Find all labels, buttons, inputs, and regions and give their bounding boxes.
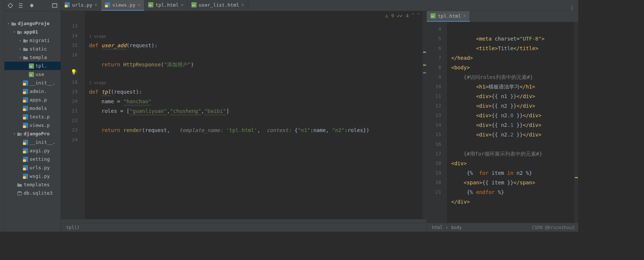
intention-bulb-icon[interactable]: 💡 [71, 67, 77, 77]
tab-label: tpl.html [438, 13, 461, 19]
tree-item-templa[interactable]: ▾templa [4, 53, 61, 62]
line-number[interactable]: 18 [427, 159, 441, 168]
close-icon[interactable]: × [181, 2, 184, 7]
close-icon[interactable]: × [95, 2, 97, 7]
next-highlight-button[interactable]: ˅ [417, 13, 420, 18]
gutter-right[interactable]: 456789101112131415161718192021 [427, 22, 447, 223]
line-number[interactable]: 14 [427, 120, 441, 130]
line-number[interactable]: 15 [61, 41, 78, 50]
line-number[interactable]: 14 [61, 31, 78, 41]
tree-item-wsgi-py[interactable]: wsgi.py [4, 172, 61, 180]
line-number[interactable]: 22 [61, 116, 78, 125]
py-icon [23, 106, 28, 111]
svg-rect-45 [65, 5, 68, 7]
line-number[interactable]: 6 [427, 44, 441, 53]
line-number[interactable]: 20 [427, 178, 441, 187]
tree-body[interactable]: ▾djangoProje▾app01▸migrati▸static▾templa… [4, 11, 61, 232]
tree-item-urls-py[interactable]: urls.py [4, 163, 61, 172]
tab-urls-py[interactable]: urls.py× [61, 0, 101, 10]
hide-tool-icon[interactable] [52, 3, 58, 8]
tree-item-views-p[interactable]: views.p [4, 121, 61, 129]
tree-item-djangoPro[interactable]: ▾djangoPro [4, 129, 61, 138]
line-number[interactable]: 19 [61, 87, 78, 97]
line-number[interactable]: 17 [427, 149, 441, 159]
svg-rect-34 [25, 157, 28, 159]
tree-item-admin-[interactable]: admin. [4, 87, 61, 96]
line-number[interactable]: 18 [61, 77, 78, 87]
svg-rect-12 [25, 89, 28, 91]
collapse-icon[interactable] [18, 3, 24, 8]
inspection-widget[interactable]: ⚠ 9 ✔✔ 4 ˄ ˅ [385, 13, 420, 18]
line-number[interactable]: 11 [427, 91, 441, 101]
chevron-icon[interactable]: ▸ [18, 38, 22, 42]
locate-icon[interactable] [7, 3, 13, 8]
breadcrumb-item[interactable]: html [432, 225, 443, 230]
line-number[interactable]: 13 [427, 111, 441, 120]
line-number[interactable]: 8 [427, 63, 441, 72]
chevron-icon[interactable]: ▸ [18, 47, 22, 51]
close-icon[interactable]: × [463, 13, 466, 18]
tab-views-py[interactable]: views.py× [101, 0, 144, 11]
code-right[interactable]: <meta charset="UTF-8"> <title>Title</tit… [447, 22, 574, 223]
tree-item-static[interactable]: ▸static [4, 45, 61, 53]
line-number[interactable]: 23 [61, 125, 78, 135]
line-number[interactable]: 21 [61, 106, 78, 116]
marker-strip-right[interactable] [574, 22, 578, 223]
py-icon [23, 140, 28, 145]
code-area-right[interactable]: 456789101112131415161718192021 <meta cha… [427, 22, 578, 223]
breadcrumb-item[interactable]: tpl() [66, 225, 79, 230]
tree-item-djangoProje[interactable]: ▾djangoProje [4, 19, 61, 28]
line-number[interactable]: 16 [61, 50, 78, 60]
tab-user_list-html[interactable]: Huser_list.html× [188, 0, 248, 10]
chevron-icon[interactable]: ▾ [18, 55, 22, 59]
horizontal-scrollbar[interactable] [61, 219, 426, 223]
line-number[interactable]: 9 [427, 72, 441, 82]
tree-item-setting[interactable]: setting [4, 155, 61, 163]
close-icon[interactable]: × [138, 2, 140, 7]
line-number[interactable]: 20 [61, 97, 78, 106]
line-number[interactable]: 5 [427, 34, 441, 44]
chevron-icon[interactable]: ▾ [13, 30, 16, 34]
line-number[interactable]: 15 [427, 130, 441, 139]
line-number[interactable]: 16 [427, 139, 441, 149]
svg-rect-15 [25, 97, 28, 100]
tree-item-db-sqlite3[interactable]: db.sqlite3 [4, 189, 61, 197]
chevron-icon[interactable]: ▾ [13, 132, 16, 136]
tree-item-models[interactable]: models [4, 104, 61, 112]
line-number[interactable]: 12 [427, 101, 441, 111]
tree-item-apps-p[interactable]: apps.p [4, 96, 61, 104]
marker-strip-left[interactable] [422, 11, 426, 219]
line-number[interactable]: 21 [427, 187, 441, 197]
tabs-overflow-button[interactable]: ⋮ [566, 5, 578, 11]
py-icon [23, 123, 28, 128]
chevron-icon[interactable]: ▾ [7, 21, 10, 25]
line-number[interactable]: 10 [427, 82, 441, 91]
line-number[interactable]: 4 [427, 24, 441, 34]
line-number[interactable]: 24 [61, 135, 78, 145]
tree-item-templates[interactable]: templates [4, 180, 61, 189]
tree-item-__init__-[interactable]: __init__. [4, 138, 61, 146]
line-number[interactable]: 13 [61, 21, 78, 31]
breadcrumb-item[interactable]: body [451, 225, 462, 230]
tree-item-use[interactable]: Huse [4, 70, 61, 79]
project-tree-panel: ▾djangoProje▾app01▸migrati▸static▾templa… [4, 0, 61, 232]
gutter-left[interactable]: 131415161718192021222324 [61, 11, 85, 219]
tree-item-tpl-[interactable]: Htpl. [4, 62, 61, 70]
code-left[interactable]: 💡 1 usagedef user_add(request): return H… [85, 11, 422, 219]
tree-item-__init__-[interactable]: __init__. [4, 79, 61, 87]
py-icon [23, 174, 28, 179]
tab-tpl-html[interactable]: Htpl.html× [144, 0, 188, 10]
prev-highlight-button[interactable]: ˄ [412, 13, 414, 18]
tab-tpl-html[interactable]: Htpl.html× [427, 11, 470, 22]
close-icon[interactable]: × [241, 2, 244, 7]
gear-icon[interactable] [28, 3, 34, 8]
tree-item-migrati[interactable]: ▸migrati [4, 36, 61, 45]
tree-label: __init__. [30, 139, 55, 145]
code-area-left[interactable]: 131415161718192021222324 💡 1 usagedef us… [61, 11, 426, 219]
tree-item-asgi-py[interactable]: asgi.py [4, 146, 61, 155]
tree-item-app01[interactable]: ▾app01 [4, 28, 61, 36]
line-number[interactable]: 7 [427, 53, 441, 63]
breadcrumb-left[interactable]: tpl() [61, 223, 426, 232]
tree-item-tests-p[interactable]: tests.p [4, 112, 61, 121]
line-number[interactable]: 19 [427, 168, 441, 178]
